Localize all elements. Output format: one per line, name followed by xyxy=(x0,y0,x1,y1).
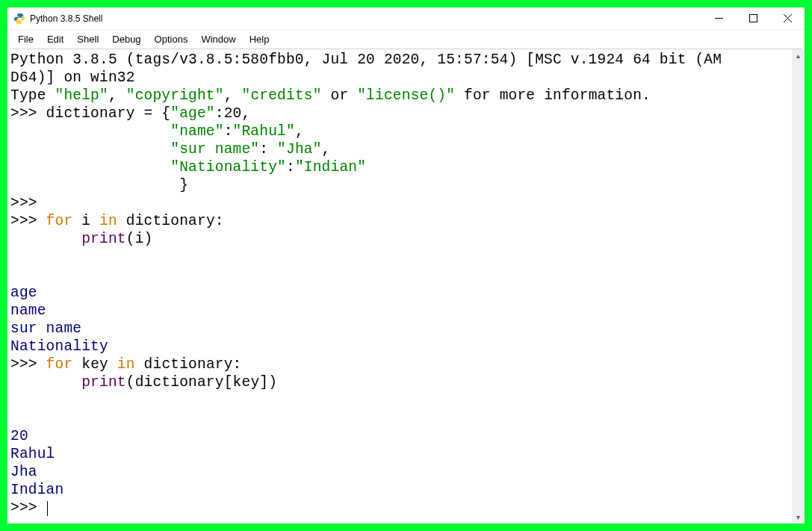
indent xyxy=(10,123,170,140)
sp xyxy=(90,213,99,229)
output-rahul: Rahul xyxy=(10,446,55,462)
output-20: 20 xyxy=(10,428,28,444)
banner-line-1: Python 3.8.5 (tags/v3.8.5:580fbb0, Jul 2… xyxy=(10,52,722,68)
indent xyxy=(10,177,179,193)
t: , xyxy=(108,87,126,104)
t: , xyxy=(295,123,304,140)
banner-credits: "credits" xyxy=(241,87,321,104)
t: [ xyxy=(224,374,233,391)
key-name: "name" xyxy=(170,123,223,140)
prompt-empty: >>> xyxy=(10,195,37,211)
t: ) xyxy=(268,374,277,391)
svg-rect-1 xyxy=(749,15,757,22)
idle-window: Python 3.8.5 Shell File Edit Shell Debug… xyxy=(7,7,805,524)
window-controls xyxy=(701,7,805,30)
t: : xyxy=(286,159,295,176)
menu-edit[interactable]: Edit xyxy=(41,32,69,46)
arg-dict: dictionary xyxy=(135,374,224,391)
val-age: 20 xyxy=(224,105,242,122)
menu-window[interactable]: Window xyxy=(195,32,241,46)
vertical-scrollbar[interactable]: ▴ ▾ xyxy=(792,49,805,524)
sp xyxy=(117,213,126,229)
t: ] xyxy=(259,374,268,391)
window-title: Python 3.8.5 Shell xyxy=(30,13,102,24)
t: : xyxy=(259,141,277,158)
python-icon xyxy=(13,13,25,25)
t: , xyxy=(241,105,250,122)
indent xyxy=(10,159,170,176)
t: : xyxy=(224,123,233,140)
maximize-button[interactable] xyxy=(736,7,770,30)
sp xyxy=(72,356,81,373)
kw-in: in xyxy=(99,213,117,229)
kw-in: in xyxy=(117,356,135,373)
val-name: "Rahul" xyxy=(233,123,295,140)
t: : xyxy=(233,356,242,373)
var-dict: dictionary xyxy=(126,213,215,229)
var-dict: dictionary xyxy=(144,356,233,373)
key-age: "age" xyxy=(170,105,215,122)
arg-i: i xyxy=(135,231,144,247)
banner-copyright: "copyright" xyxy=(126,87,224,104)
scroll-down-icon[interactable]: ▾ xyxy=(792,511,805,524)
shell-text[interactable]: Python 3.8.5 (tags/v3.8.5:580fbb0, Jul 2… xyxy=(7,49,792,524)
prompt-current: >>> xyxy=(10,500,46,516)
val-sur: "Jha" xyxy=(277,141,322,158)
kw-for: for xyxy=(46,356,73,373)
indent xyxy=(10,374,81,391)
arg-key: key xyxy=(233,374,260,391)
menu-debug[interactable]: Debug xyxy=(106,32,146,46)
t: : xyxy=(215,105,224,122)
menu-shell[interactable]: Shell xyxy=(71,32,105,46)
t: ) xyxy=(144,231,153,247)
prompt: >>> xyxy=(10,356,46,373)
output-sur: sur name xyxy=(10,320,81,337)
t: for more information. xyxy=(455,87,651,104)
var-key: key xyxy=(81,356,108,373)
close-button[interactable] xyxy=(770,7,805,30)
banner-license: "license()" xyxy=(357,87,455,104)
menu-help[interactable]: Help xyxy=(244,32,276,46)
t: ( xyxy=(126,374,135,391)
t: , xyxy=(322,141,331,158)
menu-file[interactable]: File xyxy=(12,32,40,46)
banner-line-3a: Type xyxy=(10,87,55,104)
print: print xyxy=(81,231,126,247)
output-indian: Indian xyxy=(10,482,63,498)
output-age: age xyxy=(10,285,37,301)
key-sur: "sur name" xyxy=(170,141,259,158)
t: , xyxy=(224,87,242,104)
sp xyxy=(135,356,144,373)
t: : xyxy=(215,213,224,229)
key-nat: "Nationality" xyxy=(170,159,286,176)
menu-options[interactable]: Options xyxy=(149,32,194,46)
prompt: >>> xyxy=(10,213,46,229)
output-jha: Jha xyxy=(10,464,37,480)
banner-help: "help" xyxy=(55,87,108,104)
banner-line-2: D64)] on win32 xyxy=(10,69,135,86)
sp xyxy=(108,356,117,373)
scroll-up-icon[interactable]: ▴ xyxy=(792,49,805,62)
val-nat: "Indian" xyxy=(295,159,366,176)
print: print xyxy=(81,374,126,391)
prompt: >>> xyxy=(10,105,46,122)
code-dict-assign: dictionary = { xyxy=(46,105,171,122)
sp xyxy=(72,213,81,229)
shell-area: Python 3.8.5 (tags/v3.8.5:580fbb0, Jul 2… xyxy=(7,49,805,524)
output-nat: Nationality xyxy=(10,338,108,355)
minimize-button[interactable] xyxy=(701,7,736,30)
indent xyxy=(10,141,170,158)
close-brace: } xyxy=(179,177,188,193)
kw-for: for xyxy=(46,213,73,229)
text-cursor xyxy=(47,501,48,516)
titlebar[interactable]: Python 3.8.5 Shell xyxy=(7,7,805,30)
output-name: name xyxy=(10,302,46,319)
menubar: File Edit Shell Debug Options Window Hel… xyxy=(7,30,805,49)
indent xyxy=(10,231,81,247)
var-i: i xyxy=(81,213,90,229)
t: or xyxy=(322,87,358,104)
t: ( xyxy=(126,231,135,247)
